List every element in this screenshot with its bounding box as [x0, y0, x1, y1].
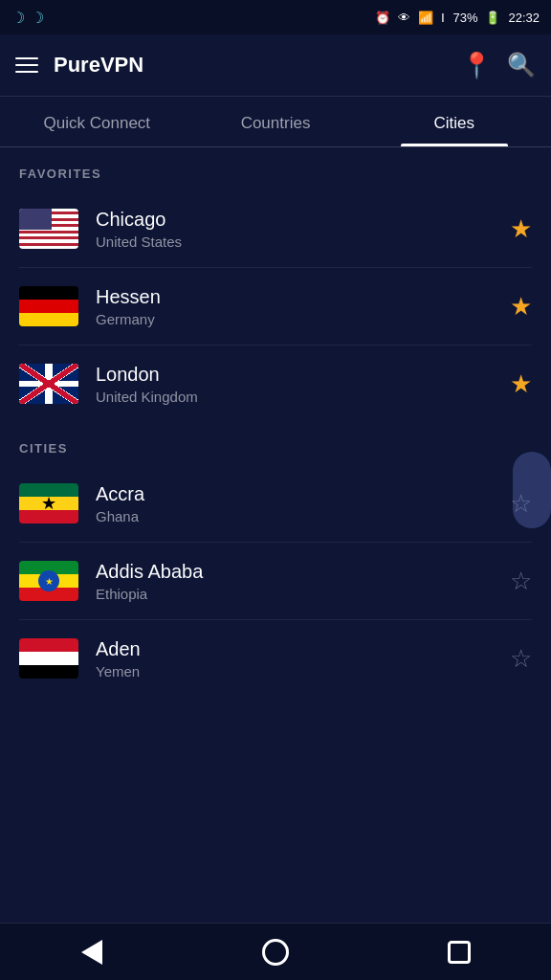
- list-item[interactable]: Hessen Germany ★: [0, 268, 551, 345]
- app-title: PureVPN: [54, 53, 446, 78]
- city-name: Aden: [96, 638, 493, 660]
- top-app-bar: PureVPN 📍 🔍: [0, 34, 551, 96]
- moon-icon-2: ☽: [31, 9, 44, 27]
- search-icon[interactable]: 🔍: [507, 52, 536, 78]
- list-item[interactable]: Aden Yemen ☆: [0, 620, 551, 697]
- country-name: United Kingdom: [96, 389, 493, 405]
- moon-icon-1: ☽: [11, 9, 25, 27]
- favorites-section-header: FAVORITES: [0, 147, 551, 190]
- flag-et: ★: [19, 561, 78, 601]
- city-name: London: [96, 364, 493, 386]
- city-info: Addis Ababa Ethiopia: [96, 561, 493, 602]
- back-button[interactable]: [68, 928, 116, 976]
- flag-us: [19, 209, 78, 249]
- city-info: Hessen Germany: [96, 286, 493, 327]
- status-right: ⏰ 👁 📶 Ⅰ 73% 🔋 22:32: [375, 11, 540, 25]
- city-info: London United Kingdom: [96, 364, 493, 405]
- tab-countries[interactable]: Countries: [187, 97, 365, 146]
- city-name: Chicago: [96, 209, 493, 231]
- country-name: Yemen: [96, 663, 493, 679]
- list-item[interactable]: ★ Addis Ababa Ethiopia ☆: [0, 543, 551, 619]
- tab-bar: Quick Connect Countries Cities: [0, 97, 551, 146]
- favorite-star-aden[interactable]: ☆: [510, 646, 532, 671]
- time: 22:32: [508, 11, 540, 25]
- recents-icon: [448, 941, 471, 964]
- cities-section-header: CITIES: [0, 422, 551, 465]
- tab-quick-connect[interactable]: Quick Connect: [8, 97, 187, 146]
- status-left: ☽ ☽: [11, 9, 44, 27]
- favorite-star-london[interactable]: ★: [510, 371, 532, 396]
- list-item[interactable]: ★ Accra Ghana ☆: [0, 465, 551, 542]
- tab-cities[interactable]: Cities: [364, 97, 543, 146]
- wifi-icon: 📶: [418, 11, 433, 25]
- signal-icon: Ⅰ: [441, 11, 445, 25]
- status-bar: ☽ ☽ ⏰ 👁 📶 Ⅰ 73% 🔋 22:32: [0, 0, 551, 34]
- flag-de: [19, 286, 78, 326]
- country-name: United States: [96, 234, 493, 250]
- country-name: Ghana: [96, 508, 493, 524]
- city-name: Accra: [96, 483, 493, 505]
- home-icon: [262, 939, 289, 966]
- favorite-star-hessen[interactable]: ★: [510, 294, 532, 319]
- flag-ye: [19, 638, 78, 679]
- scroll-indicator: [513, 452, 551, 528]
- eye-icon: 👁: [398, 11, 410, 25]
- favorite-star-addis-ababa[interactable]: ☆: [510, 568, 532, 593]
- country-name: Germany: [96, 311, 493, 327]
- location-pin-icon[interactable]: 📍: [461, 51, 492, 80]
- bottom-navigation: [0, 923, 551, 980]
- battery-icon: 🔋: [485, 11, 500, 25]
- home-button[interactable]: [252, 928, 299, 976]
- menu-button[interactable]: [15, 57, 38, 73]
- flag-gh: ★: [19, 483, 78, 523]
- recents-button[interactable]: [435, 928, 483, 976]
- favorite-star-chicago[interactable]: ★: [510, 216, 532, 241]
- scroll-area: FAVORITES Chicago United States ★ Hessen…: [0, 147, 551, 764]
- country-name: Ethiopia: [96, 586, 493, 602]
- battery-percent: 73%: [452, 11, 477, 25]
- city-info: Aden Yemen: [96, 638, 493, 679]
- city-name: Addis Ababa: [96, 561, 493, 583]
- city-info: Chicago United States: [96, 209, 493, 250]
- alarm-icon: ⏰: [375, 11, 390, 25]
- back-icon: [81, 940, 102, 965]
- flag-gb: [19, 364, 78, 404]
- top-bar-icons: 📍 🔍: [461, 51, 536, 80]
- list-item[interactable]: Chicago United States ★: [0, 190, 551, 267]
- city-name: Hessen: [96, 286, 493, 308]
- city-info: Accra Ghana: [96, 483, 493, 524]
- list-item[interactable]: London United Kingdom ★: [0, 345, 551, 422]
